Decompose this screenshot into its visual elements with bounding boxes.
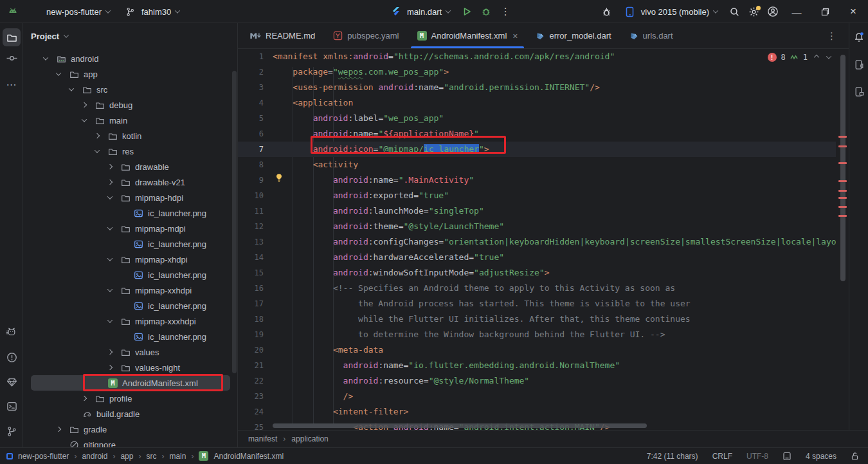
error-stripe-mark[interactable]	[838, 180, 847, 182]
terminal-tool-icon[interactable]	[3, 397, 21, 415]
error-stripe-mark[interactable]	[838, 197, 847, 199]
tree-item-values-night[interactable]: values-night	[31, 360, 230, 375]
debug-button[interactable]	[480, 5, 493, 18]
tree-item-mipmap-mdpi[interactable]: mipmap-mdpi	[31, 221, 230, 236]
tree-item-main[interactable]: main	[31, 113, 230, 128]
tab-error_model.dart[interactable]: error_model.dart	[527, 23, 620, 48]
logcat-tool-icon[interactable]	[3, 323, 21, 341]
error-stripe-mark[interactable]	[838, 190, 847, 192]
device-selector-widget[interactable]: vivo 2015 (mobile)	[620, 3, 721, 21]
tree-item-ic_launcher.png[interactable]: ic_launcher.png	[31, 298, 230, 313]
tab-AndroidManifest.xml[interactable]: MAndroidManifest.xml×	[408, 23, 527, 48]
project-widget[interactable]: new-pos-flutter	[42, 5, 114, 19]
tree-chevron-icon[interactable]	[108, 366, 121, 369]
device-manager-tool-icon[interactable]	[850, 82, 868, 100]
code-line-3[interactable]: 3 <uses-permission android:name="android…	[238, 80, 849, 95]
indent-widget[interactable]: 4 spaces	[806, 452, 836, 461]
main-menu-icon[interactable]	[26, 5, 36, 18]
tree-chevron-icon[interactable]	[44, 57, 57, 60]
code-line-4[interactable]: 4 <application	[238, 95, 849, 111]
tree-chevron-icon[interactable]	[95, 134, 108, 138]
code-line-13[interactable]: 13 android:configChanges="orientation|ke…	[238, 234, 849, 250]
tree-chevron-icon[interactable]	[69, 88, 82, 91]
error-stripe-mark[interactable]	[838, 162, 847, 164]
code-line-2[interactable]: 2 package="wepos.com.we_pos_app">	[238, 64, 849, 80]
vcs-branch-widget[interactable]: fahim30	[120, 3, 183, 21]
code-line-17[interactable]: 17 the Android process has started. This…	[238, 296, 849, 311]
horizontal-scrollbar[interactable]	[273, 423, 647, 428]
line-number[interactable]: 13	[238, 234, 273, 250]
line-number[interactable]: 9	[238, 172, 273, 188]
tree-chevron-icon[interactable]	[82, 118, 95, 122]
status-path-new-pos-flutter[interactable]: new-pos-flutter	[18, 452, 69, 461]
tree-chevron-icon[interactable]	[108, 180, 121, 184]
line-ending-widget[interactable]: CRLF	[712, 452, 732, 461]
line-number[interactable]: 14	[238, 250, 273, 265]
code-line-9[interactable]: 9 android:name=".MainActivity"	[238, 172, 849, 188]
intention-bulb-icon[interactable]	[274, 172, 284, 183]
code-line-22[interactable]: 22 android:resource="@style/NormalTheme"	[238, 373, 849, 389]
line-number[interactable]: 17	[238, 296, 273, 311]
restore-button[interactable]	[814, 3, 836, 21]
code-line-5[interactable]: 5 android:label="we_pos_app"	[238, 111, 849, 126]
tree-item-drawable[interactable]: drawable	[31, 159, 230, 174]
caret-position-widget[interactable]: 7:42 (11 chars)	[647, 452, 698, 461]
code-line-12[interactable]: 12 android:theme="@style/LaunchTheme"	[238, 219, 849, 234]
tree-chevron-icon[interactable]	[108, 350, 121, 354]
line-number[interactable]: 25	[238, 420, 273, 430]
code-line-21[interactable]: 21 android:name="io.flutter.embedding.an…	[238, 358, 849, 373]
tree-item-mipmap-hdpi[interactable]: mipmap-hdpi	[31, 190, 230, 205]
line-number[interactable]: 8	[238, 157, 273, 172]
line-number[interactable]: 10	[238, 188, 273, 203]
line-number[interactable]: 20	[238, 342, 273, 358]
line-number[interactable]: 1	[238, 49, 273, 64]
tree-item-android[interactable]: android	[31, 51, 230, 66]
more-actions-icon[interactable]: ⋮	[499, 5, 512, 18]
code-line-19[interactable]: 19 to determine the Window background be…	[238, 327, 849, 342]
tree-item-mipmap-xxhdpi[interactable]: mipmap-xxhdpi	[31, 283, 230, 298]
vertical-scrollbar[interactable]	[840, 55, 845, 281]
tree-item-ic_launcher.png[interactable]: ic_launcher.png	[31, 236, 230, 252]
tree-item-ic_launcher.png[interactable]: ic_launcher.png	[31, 329, 230, 344]
profile-avatar-icon[interactable]	[766, 5, 779, 18]
close-window-button[interactable]: ×	[842, 3, 864, 21]
status-path-android[interactable]: android	[82, 452, 107, 461]
attach-debugger-icon[interactable]	[601, 5, 613, 18]
code-line-18[interactable]: 18 while the Flutter UI initializes. Aft…	[238, 311, 849, 327]
code-line-16[interactable]: 16 <!-- Specifies an Android theme to ap…	[238, 281, 849, 296]
tree-item-mipmap-xhdpi[interactable]: mipmap-xhdpi	[31, 252, 230, 267]
line-number[interactable]: 22	[238, 373, 273, 389]
tree-item-ic_launcher.png[interactable]: ic_launcher.png	[31, 205, 230, 221]
status-path-src[interactable]: src	[146, 452, 156, 461]
notifications-bell-icon[interactable]	[850, 28, 868, 46]
prev-problem-icon[interactable]	[814, 55, 819, 60]
line-number[interactable]: 18	[238, 311, 273, 327]
line-number[interactable]: 12	[238, 219, 273, 234]
line-number[interactable]: 6	[238, 126, 273, 142]
status-path-main[interactable]: main	[169, 452, 186, 461]
line-number[interactable]: 7	[238, 142, 273, 157]
settings-gear-icon[interactable]	[747, 5, 760, 18]
line-number[interactable]: 24	[238, 404, 273, 420]
tree-chevron-icon[interactable]	[82, 103, 95, 107]
app-quality-insights-tool-icon[interactable]	[3, 373, 21, 391]
error-stripe-mark[interactable]	[838, 136, 847, 138]
error-stripe-mark[interactable]	[838, 215, 847, 217]
search-everywhere-icon[interactable]	[728, 5, 741, 18]
project-panel-header[interactable]: Project	[23, 23, 237, 49]
line-number[interactable]: 11	[238, 203, 273, 219]
editor-error-stripe[interactable]	[836, 49, 849, 430]
code-editor[interactable]: 1<manifest xmlns:android="http://schemas…	[238, 49, 849, 430]
tree-chevron-icon[interactable]	[82, 396, 95, 400]
tree-chevron-icon[interactable]	[108, 196, 121, 200]
code-line-1[interactable]: 1<manifest xmlns:android="http://schemas…	[238, 49, 849, 64]
project-tree-scrollbar[interactable]	[232, 71, 237, 373]
tree-item-kotlin[interactable]: kotlin	[31, 128, 230, 144]
tab-urls.dart[interactable]: urls.dart	[620, 23, 682, 48]
inspections-widget[interactable]: ! 8 1	[768, 53, 831, 62]
tree-chevron-icon[interactable]	[108, 227, 121, 230]
tree-item-res[interactable]: res	[31, 144, 230, 159]
line-number[interactable]: 4	[238, 95, 273, 111]
reader-mode-icon[interactable]	[782, 452, 791, 461]
tree-item-profile[interactable]: profile	[31, 391, 230, 406]
